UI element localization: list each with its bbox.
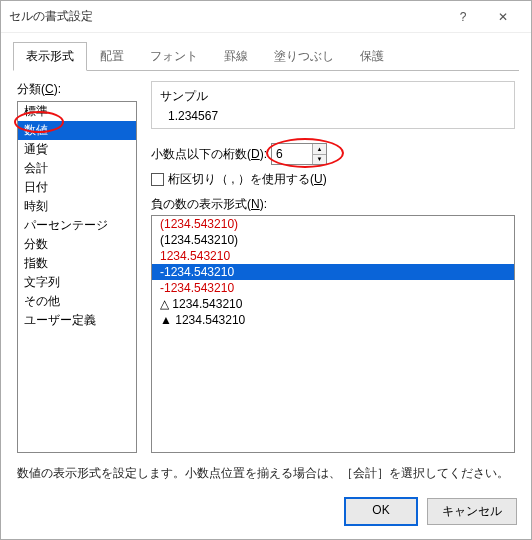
negative-label: 負の数の表示形式(N): [151,196,515,213]
category-item[interactable]: 通貨 [18,140,136,159]
tab-border[interactable]: 罫線 [211,42,261,71]
category-item[interactable]: 数値 [18,121,136,140]
thousands-separator-label: 桁区切り（ , ）を使用する(U) [168,171,327,188]
thousands-separator-row: 桁区切り（ , ）を使用する(U) [151,171,515,188]
settings-column: サンプル 1.234567 小数点以下の桁数(D): ▲ ▼ [151,81,515,453]
cancel-button[interactable]: キャンセル [427,498,517,525]
decimal-row: 小数点以下の桁数(D): ▲ ▼ [151,143,515,165]
category-column: 分類(C): 標準数値通貨会計日付時刻パーセンテージ分数指数文字列その他ユーザー… [17,81,137,453]
ok-button[interactable]: OK [345,498,417,525]
category-label: 分類(C): [17,81,137,98]
negative-format-item[interactable]: (1234.543210) [152,216,514,232]
thousands-separator-checkbox[interactable] [151,173,164,186]
category-item[interactable]: 指数 [18,254,136,273]
titlebar: セルの書式設定 ? ✕ [1,1,531,33]
decimal-label: 小数点以下の桁数(D): [151,146,267,163]
negative-format-item[interactable]: 1234.543210 [152,248,514,264]
negative-format-item[interactable]: -1234.543210 [152,264,514,280]
category-item[interactable]: 時刻 [18,197,136,216]
negative-format-list[interactable]: (1234.543210)(1234.543210)1234.543210-12… [151,215,515,453]
decimal-spinner[interactable]: ▲ ▼ [271,143,327,165]
tab-protection[interactable]: 保護 [347,42,397,71]
decimal-step-up[interactable]: ▲ [313,144,326,155]
sample-box: サンプル 1.234567 [151,81,515,129]
close-icon[interactable]: ✕ [483,3,523,31]
category-item[interactable]: 文字列 [18,273,136,292]
negative-format-item[interactable]: △ 1234.543210 [152,296,514,312]
window-title: セルの書式設定 [9,8,443,25]
decimal-input[interactable] [272,144,312,164]
button-row: OK キャンセル [1,488,531,539]
category-item[interactable]: 分数 [18,235,136,254]
category-list[interactable]: 標準数値通貨会計日付時刻パーセンテージ分数指数文字列その他ユーザー定義 [17,101,137,453]
tab-alignment[interactable]: 配置 [87,42,137,71]
description-text: 数値の表示形式を設定します。小数点位置を揃える場合は、［会計］を選択してください… [17,453,515,482]
tab-bar: 表示形式 配置 フォント 罫線 塗りつぶし 保護 [1,33,531,70]
category-item[interactable]: パーセンテージ [18,216,136,235]
category-item[interactable]: 会計 [18,159,136,178]
decimal-step-down[interactable]: ▼ [313,155,326,165]
negative-format-item[interactable]: ▲ 1234.543210 [152,312,514,328]
sample-title: サンプル [160,88,506,105]
category-item[interactable]: その他 [18,292,136,311]
tab-display-format[interactable]: 表示形式 [13,42,87,71]
tab-fill[interactable]: 塗りつぶし [261,42,347,71]
help-icon[interactable]: ? [443,3,483,31]
tab-font[interactable]: フォント [137,42,211,71]
category-item[interactable]: ユーザー定義 [18,311,136,330]
sample-value: 1.234567 [160,109,506,123]
category-item[interactable]: 日付 [18,178,136,197]
content-area: 分類(C): 標準数値通貨会計日付時刻パーセンテージ分数指数文字列その他ユーザー… [1,71,531,488]
dialog-window: セルの書式設定 ? ✕ 表示形式 配置 フォント 罫線 塗りつぶし 保護 分類(… [0,0,532,540]
negative-format-item[interactable]: (1234.543210) [152,232,514,248]
negative-format-item[interactable]: -1234.543210 [152,280,514,296]
category-item[interactable]: 標準 [18,102,136,121]
